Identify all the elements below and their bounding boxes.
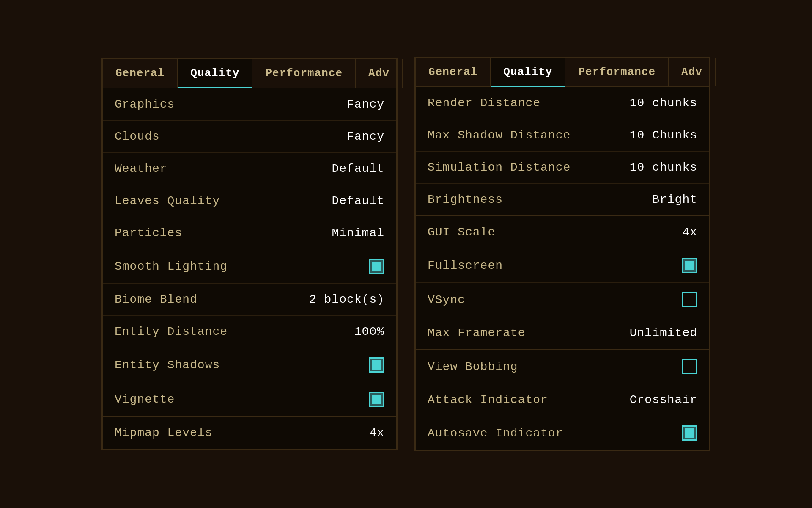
left-settings-list: Graphics Fancy Clouds Fancy Weather Defa… (103, 88, 396, 449)
vignette-label: Vignette (115, 393, 175, 406)
particles-value: Minimal (332, 226, 384, 240)
entity-shadows-checkbox[interactable] (369, 357, 384, 373)
vsync-checkbox[interactable] (682, 292, 697, 307)
left-tab-general[interactable]: General (103, 59, 178, 88)
max-framerate-value: Unlimited (630, 326, 697, 340)
entity-shadows-label: Entity Shadows (115, 359, 220, 372)
max-framerate-label: Max Framerate (428, 326, 525, 340)
render-distance-row[interactable]: Render Distance 10 chunks (416, 87, 709, 119)
vignette-row[interactable]: Vignette (103, 382, 396, 417)
smooth-lighting-label: Smooth Lighting (115, 260, 228, 273)
right-tab-performance[interactable]: Performance (565, 58, 669, 86)
right-panel: General Quality Performance Adv Render D… (414, 57, 710, 451)
entity-distance-label: Entity Distance (115, 325, 228, 338)
weather-label: Weather (115, 162, 167, 175)
weather-value: Default (332, 162, 384, 175)
autosave-indicator-row[interactable]: Autosave Indicator (416, 416, 709, 450)
fullscreen-row[interactable]: Fullscreen (416, 248, 709, 283)
graphics-label: Graphics (115, 98, 175, 111)
gui-scale-label: GUI Scale (428, 226, 495, 239)
leaves-quality-value: Default (332, 194, 384, 207)
vsync-label: VSync (428, 293, 465, 306)
view-bobbing-row[interactable]: View Bobbing (416, 350, 709, 384)
left-tab-advanced[interactable]: Adv (356, 59, 403, 88)
right-settings-list: Render Distance 10 chunks Max Shadow Dis… (416, 87, 709, 450)
simulation-distance-label: Simulation Distance (428, 161, 571, 174)
right-tabs: General Quality Performance Adv (416, 58, 709, 87)
render-distance-value: 10 chunks (630, 97, 697, 110)
smooth-lighting-row[interactable]: Smooth Lighting (103, 249, 396, 284)
entity-distance-value: 100% (354, 325, 384, 338)
view-bobbing-label: View Bobbing (428, 360, 518, 373)
simulation-distance-value: 10 chunks (630, 161, 697, 174)
left-tab-quality[interactable]: Quality (178, 59, 252, 88)
weather-row[interactable]: Weather Default (103, 153, 396, 185)
gui-scale-value: 4x (682, 226, 697, 239)
max-framerate-row[interactable]: Max Framerate Unlimited (416, 317, 709, 350)
vsync-row[interactable]: VSync (416, 283, 709, 317)
view-bobbing-checkbox[interactable] (682, 359, 697, 374)
leaves-quality-label: Leaves Quality (115, 194, 220, 207)
autosave-indicator-label: Autosave Indicator (428, 427, 563, 440)
particles-row[interactable]: Particles Minimal (103, 217, 396, 249)
right-tab-advanced[interactable]: Adv (669, 58, 716, 86)
mipmap-levels-row[interactable]: Mipmap Levels 4x (103, 417, 396, 449)
left-tab-performance[interactable]: Performance (252, 59, 356, 88)
mipmap-levels-value: 4x (369, 426, 384, 439)
right-tab-quality[interactable]: Quality (491, 58, 565, 87)
biome-blend-row[interactable]: Biome Blend 2 block(s) (103, 284, 396, 316)
entity-distance-row[interactable]: Entity Distance 100% (103, 316, 396, 348)
biome-blend-value: 2 block(s) (309, 293, 384, 306)
fullscreen-label: Fullscreen (428, 259, 503, 272)
brightness-label: Brightness (428, 193, 503, 206)
attack-indicator-value: Crosshair (630, 393, 697, 406)
gui-scale-row[interactable]: GUI Scale 4x (416, 216, 709, 248)
right-tab-general[interactable]: General (416, 58, 491, 86)
smooth-lighting-checkbox[interactable] (369, 259, 384, 274)
entity-shadows-row[interactable]: Entity Shadows (103, 348, 396, 382)
autosave-indicator-checkbox[interactable] (682, 425, 697, 441)
graphics-value: Fancy (347, 98, 384, 111)
graphics-row[interactable]: Graphics Fancy (103, 88, 396, 121)
simulation-distance-row[interactable]: Simulation Distance 10 chunks (416, 152, 709, 184)
clouds-label: Clouds (115, 130, 160, 143)
attack-indicator-label: Attack Indicator (428, 393, 548, 406)
clouds-row[interactable]: Clouds Fancy (103, 121, 396, 153)
render-distance-label: Render Distance (428, 97, 540, 110)
leaves-quality-row[interactable]: Leaves Quality Default (103, 185, 396, 217)
left-panel: General Quality Performance Adv Graphics… (102, 58, 398, 450)
attack-indicator-row[interactable]: Attack Indicator Crosshair (416, 384, 709, 416)
max-shadow-distance-value: 10 Chunks (630, 129, 697, 142)
biome-blend-label: Biome Blend (115, 293, 198, 306)
max-shadow-distance-label: Max Shadow Distance (428, 129, 571, 142)
particles-label: Particles (115, 226, 182, 240)
fullscreen-checkbox[interactable] (682, 258, 697, 273)
brightness-value: Bright (652, 193, 697, 206)
left-tabs: General Quality Performance Adv (103, 59, 396, 88)
max-shadow-distance-row[interactable]: Max Shadow Distance 10 Chunks (416, 119, 709, 152)
clouds-value: Fancy (347, 130, 384, 143)
brightness-row[interactable]: Brightness Bright (416, 184, 709, 216)
mipmap-levels-label: Mipmap Levels (115, 426, 212, 439)
vignette-checkbox[interactable] (369, 392, 384, 407)
